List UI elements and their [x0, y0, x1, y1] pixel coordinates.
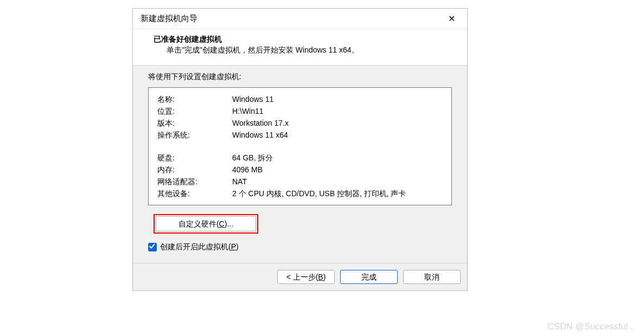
titlebar: 新建虚拟机向导 ✕ [133, 9, 467, 29]
settings-label: 将使用下列设置创建虚拟机: [148, 72, 452, 82]
highlight-annotation: 自定义硬件(C)... [154, 214, 258, 234]
settings-box: 名称: Windows 11 位置: H:\Win11 版本: Workstat… [148, 87, 452, 205]
back-button[interactable]: < 上一步(B) [277, 270, 335, 284]
close-icon[interactable]: ✕ [443, 14, 460, 24]
power-on-after-create-checkbox[interactable]: 创建后开启此虚拟机(P) [148, 242, 452, 252]
setting-key: 操作系统: [157, 129, 232, 141]
setting-value: Workstation 17.x [232, 117, 443, 129]
list-item: 版本: Workstation 17.x [157, 117, 443, 129]
setting-value: 64 GB, 拆分 [232, 152, 443, 164]
customize-hardware-button[interactable]: 自定义硬件(C)... [156, 216, 256, 231]
wizard-footer: < 上一步(B) 完成 取消 [133, 263, 467, 290]
cancel-button[interactable]: 取消 [403, 270, 461, 284]
wizard-subheading: 单击"完成"创建虚拟机，然后开始安装 Windows 11 x64。 [167, 46, 452, 55]
setting-key: 网络适配器: [157, 176, 232, 188]
setting-key: 名称: [157, 93, 232, 105]
setting-value: H:\Win11 [232, 105, 443, 117]
setting-value: Windows 11 x64 [232, 129, 443, 141]
wizard-body: 将使用下列设置创建虚拟机: 名称: Windows 11 位置: H:\Win1… [133, 65, 467, 263]
setting-key: 硬盘: [157, 152, 232, 164]
checkbox-label: 创建后开启此虚拟机(P) [160, 242, 239, 252]
new-vm-wizard-dialog: 新建虚拟机向导 ✕ 已准备好创建虚拟机 单击"完成"创建虚拟机，然后开始安装 W… [132, 8, 468, 291]
list-item: 内存: 4096 MB [157, 164, 443, 176]
list-item: 网络适配器: NAT [157, 176, 443, 188]
setting-key: 内存: [157, 164, 232, 176]
setting-value: 4096 MB [232, 164, 443, 176]
list-item: 硬盘: 64 GB, 拆分 [157, 152, 443, 164]
setting-key: 位置: [157, 105, 232, 117]
watermark: CSDN @Successful . [547, 322, 633, 332]
wizard-heading: 已准备好创建虚拟机 [154, 35, 452, 44]
window-title: 新建虚拟机向导 [141, 14, 197, 24]
list-item: 操作系统: Windows 11 x64 [157, 129, 443, 141]
setting-value: 2 个 CPU 内核, CD/DVD, USB 控制器, 打印机, 声卡 [232, 188, 443, 199]
wizard-header: 已准备好创建虚拟机 单击"完成"创建虚拟机，然后开始安装 Windows 11 … [133, 29, 467, 65]
setting-value: NAT [232, 176, 443, 188]
setting-key: 其他设备: [157, 188, 232, 199]
finish-button[interactable]: 完成 [340, 270, 398, 284]
setting-value: Windows 11 [232, 93, 443, 105]
list-item: 位置: H:\Win11 [157, 105, 443, 117]
list-item: 其他设备: 2 个 CPU 内核, CD/DVD, USB 控制器, 打印机, … [157, 188, 443, 199]
checkmark-icon [148, 243, 157, 251]
list-item: 名称: Windows 11 [157, 93, 443, 105]
setting-key: 版本: [157, 117, 232, 129]
